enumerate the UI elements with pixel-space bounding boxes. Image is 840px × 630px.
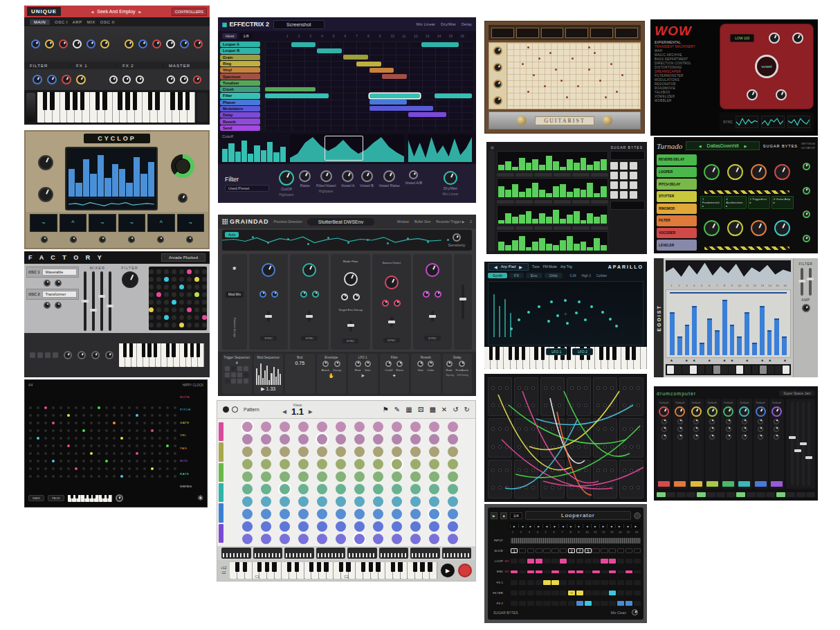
slice-marker[interactable]: ▲ bbox=[691, 358, 698, 364]
clock-dot[interactable] bbox=[75, 475, 77, 478]
knob[interactable] bbox=[100, 39, 109, 48]
filter-cell[interactable] bbox=[536, 591, 542, 595]
filter-cell[interactable] bbox=[511, 591, 518, 595]
jack[interactable] bbox=[584, 469, 587, 472]
filter-cell[interactable] bbox=[585, 591, 592, 595]
env-cell[interactable] bbox=[592, 570, 599, 573]
toolbar-icon[interactable]: ⚑ bbox=[383, 406, 389, 413]
preset-item[interactable]: WOBBLER bbox=[655, 99, 715, 102]
knob[interactable] bbox=[385, 361, 392, 367]
sequence-circle[interactable] bbox=[242, 496, 253, 507]
channel-knob[interactable] bbox=[691, 406, 702, 417]
matrix-cell[interactable] bbox=[194, 307, 199, 312]
sequence-circle[interactable] bbox=[410, 459, 421, 469]
clock-dot[interactable] bbox=[128, 422, 131, 424]
step-led[interactable] bbox=[796, 492, 805, 497]
matrix-cell[interactable] bbox=[149, 292, 154, 297]
clock-dot[interactable] bbox=[67, 475, 70, 478]
fx1-cell[interactable] bbox=[576, 580, 583, 585]
sequence-circle[interactable] bbox=[354, 496, 365, 507]
slice-marker[interactable]: ▲ bbox=[743, 358, 751, 364]
knob[interactable] bbox=[727, 164, 743, 180]
column-small-knob[interactable] bbox=[423, 291, 430, 298]
fx1-cell[interactable] bbox=[536, 580, 542, 585]
slice-marker[interactable]: ▲ bbox=[729, 358, 736, 364]
effect-slot[interactable]: REVERB DELAY bbox=[657, 154, 697, 165]
matrix-cell[interactable] bbox=[164, 277, 169, 282]
env-cell[interactable] bbox=[609, 570, 616, 573]
clock-dot[interactable] bbox=[136, 414, 138, 417]
filter-cell[interactable] bbox=[601, 591, 608, 595]
lane-3[interactable] bbox=[497, 205, 608, 226]
step-led[interactable] bbox=[706, 492, 715, 497]
slider-thumb[interactable] bbox=[429, 315, 436, 318]
clock-dot[interactable] bbox=[44, 414, 47, 417]
random-assign-label[interactable]: Random Assign bbox=[233, 318, 237, 337]
column-sync-button[interactable]: SYNC bbox=[301, 336, 318, 341]
auto-button[interactable]: Auto bbox=[225, 232, 239, 237]
piano-key-black[interactable] bbox=[190, 343, 194, 357]
clock-dot[interactable] bbox=[158, 452, 161, 455]
modular-module[interactable] bbox=[540, 377, 565, 416]
clock-dot[interactable] bbox=[29, 414, 32, 417]
preset-display[interactable]: Super Space Jam bbox=[779, 390, 815, 396]
slider-thumb[interactable] bbox=[107, 305, 113, 307]
clock-dot[interactable] bbox=[60, 444, 62, 447]
piano-key-black[interactable] bbox=[626, 347, 630, 360]
trigger-pad[interactable] bbox=[231, 366, 236, 371]
column-small-knob[interactable] bbox=[259, 291, 266, 298]
clock-dot[interactable] bbox=[29, 467, 32, 470]
keypad-key[interactable] bbox=[630, 172, 637, 179]
trigger-pad[interactable] bbox=[225, 379, 230, 384]
jack[interactable] bbox=[577, 486, 581, 489]
mini-display[interactable] bbox=[221, 548, 251, 559]
clock-dot[interactable] bbox=[67, 452, 70, 455]
slider-thumb[interactable] bbox=[306, 315, 313, 318]
jack[interactable] bbox=[498, 404, 502, 407]
clock-dot[interactable] bbox=[120, 444, 123, 447]
sequence-circle[interactable] bbox=[317, 496, 327, 507]
sequence-circle[interactable] bbox=[336, 484, 346, 494]
clock-dot[interactable] bbox=[75, 467, 77, 470]
clock-dot[interactable] bbox=[136, 429, 138, 432]
sequence-circle[interactable] bbox=[373, 509, 383, 519]
knob[interactable] bbox=[279, 170, 294, 186]
keypad-key[interactable] bbox=[610, 172, 618, 179]
fx1-cell[interactable] bbox=[551, 580, 558, 585]
lane-label[interactable]: RATE bbox=[180, 472, 203, 476]
column-slider[interactable] bbox=[349, 321, 352, 332]
piano-key-black[interactable] bbox=[541, 347, 545, 360]
jack[interactable] bbox=[584, 486, 587, 489]
sequence-circle[interactable] bbox=[261, 534, 271, 544]
clock-dot[interactable] bbox=[151, 475, 154, 478]
modular-module[interactable] bbox=[567, 377, 591, 416]
knob[interactable] bbox=[64, 351, 72, 359]
filter-cell[interactable] bbox=[576, 591, 583, 595]
sequence-circle[interactable] bbox=[298, 459, 309, 469]
clock-dot[interactable] bbox=[105, 452, 108, 455]
channel-knob[interactable] bbox=[675, 406, 685, 417]
knob[interactable] bbox=[76, 75, 86, 84]
sequence-circle[interactable] bbox=[298, 496, 309, 507]
matrix-cell[interactable] bbox=[179, 315, 184, 320]
clock-dot[interactable] bbox=[151, 452, 154, 455]
clock-dot[interactable] bbox=[143, 422, 146, 424]
clock-dot[interactable] bbox=[143, 414, 146, 417]
piano-key-black[interactable] bbox=[317, 562, 321, 572]
knob[interactable] bbox=[320, 170, 332, 182]
sequence-circle[interactable] bbox=[354, 534, 365, 544]
clock-dot[interactable] bbox=[29, 475, 32, 478]
preset-display[interactable]: ◀ Seek And Employ ▶ bbox=[64, 9, 169, 14]
jack[interactable] bbox=[531, 445, 535, 449]
jack[interactable] bbox=[551, 386, 554, 390]
sequence-circle[interactable] bbox=[317, 521, 327, 532]
matrix-cell[interactable] bbox=[149, 323, 154, 327]
knob[interactable] bbox=[776, 89, 787, 100]
clock-dot[interactable] bbox=[105, 414, 108, 417]
sequence-circle[interactable] bbox=[261, 496, 271, 507]
loop-cell[interactable] bbox=[551, 559, 558, 564]
fx2-cell[interactable] bbox=[527, 601, 534, 606]
clock-dot[interactable] bbox=[60, 475, 62, 478]
sequence-circle[interactable] bbox=[298, 447, 309, 457]
sequence-circle[interactable] bbox=[298, 484, 309, 494]
